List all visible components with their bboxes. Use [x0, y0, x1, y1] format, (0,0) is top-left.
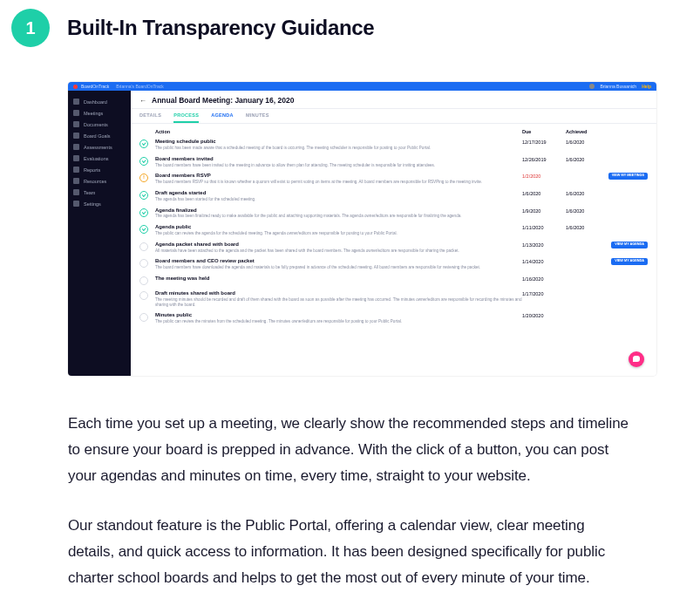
sidebar-item-team[interactable]: Team	[68, 187, 131, 198]
action-title: Agenda finalized	[155, 208, 522, 214]
dashboard-icon	[73, 99, 79, 105]
brand-name: BoardOnTrack	[81, 84, 109, 89]
tab-details[interactable]: DETAILS	[139, 112, 161, 123]
action-title: Board members invited	[155, 156, 522, 162]
sidebar-item-label: Settings	[84, 201, 101, 207]
status-done-icon	[139, 140, 148, 148]
documents-icon	[73, 121, 79, 127]
action-list: Meeting schedule publicThe public has be…	[131, 136, 656, 336]
app-topbar: BoardOnTrack Brianna's BoardOnTrack Bria…	[68, 82, 656, 91]
user-name[interactable]: Brianna Bussanich	[600, 84, 636, 89]
action-text: Minutes publicThe public can review the …	[155, 312, 522, 324]
action-due-date: 1/2/2020	[522, 173, 566, 179]
action-row: Agenda finalizedThe agenda has been fina…	[139, 205, 648, 222]
status-pending-icon	[139, 276, 148, 285]
sidebar-item-resources[interactable]: Resources	[68, 175, 131, 187]
action-desc: The board members have been invited to t…	[155, 163, 522, 168]
board-goals-icon	[73, 133, 79, 139]
sidebar-item-board-goals[interactable]: Board Goals	[68, 130, 131, 141]
sidebar-item-dashboard[interactable]: Dashboard	[68, 96, 131, 107]
action-achieved-date: 1/6/2020	[566, 156, 609, 162]
action-text: Draft minutes shared with boardThe meeti…	[155, 290, 522, 307]
action-row: The meeting was held1/16/2020	[139, 273, 648, 288]
action-achieved-date	[566, 290, 609, 291]
action-achieved-date: 1/6/2020	[566, 224, 609, 230]
section-heading-row: 1 Built-In Transparency Guidance	[11, 9, 632, 47]
action-due-date: 12/17/2019	[522, 139, 566, 145]
view_meetings-button[interactable]: VIEW MY MEETINGS	[608, 173, 648, 180]
action-due-date: 1/14/2020	[522, 258, 566, 264]
action-text: The meeting was held	[155, 276, 522, 282]
action-text: Draft agenda startedThe agenda has been …	[155, 190, 522, 202]
action-row: Board members invitedThe board members h…	[139, 153, 648, 171]
action-row: Draft agenda startedThe agenda has been …	[139, 187, 648, 205]
panel-title: Annual Board Meeting: January 16, 2020	[152, 96, 294, 105]
avatar[interactable]	[589, 84, 595, 89]
status-done-icon	[139, 191, 148, 200]
sidebar-item-label: Resources	[84, 179, 106, 184]
sidebar-item-reports[interactable]: Reports	[68, 164, 131, 175]
action-achieved-date	[566, 242, 609, 242]
status-done-icon	[139, 225, 148, 234]
view_agenda-button[interactable]: VIEW MY AGENDA	[611, 258, 648, 265]
status-pending-icon	[139, 259, 148, 268]
help-link[interactable]: Help	[642, 84, 651, 89]
status-done-icon	[139, 208, 148, 217]
col-header-action: Action	[155, 129, 522, 134]
back-arrow-icon[interactable]: ←	[139, 97, 146, 105]
sidebar: DashboardMeetingsDocumentsBoard GoalsAss…	[68, 91, 131, 376]
action-desc: All materials have been attached to the …	[155, 249, 522, 254]
action-achieved-date	[566, 173, 609, 174]
body-paragraph: Our standout feature is the Public Porta…	[68, 513, 632, 590]
action-due-date: 12/26/2019	[522, 156, 566, 162]
action-button-wrap: VIEW MY AGENDA	[609, 242, 648, 249]
tab-minutes[interactable]: MINUTES	[246, 112, 269, 123]
col-header-achieved: Achieved	[566, 129, 609, 134]
status-done-icon	[139, 157, 148, 166]
app-body: DashboardMeetingsDocumentsBoard GoalsAss…	[68, 91, 656, 376]
sidebar-item-assessments[interactable]: Assessments	[68, 141, 131, 153]
action-text: Board members RSVPThe board members RSVP…	[155, 173, 522, 185]
action-due-date: 1/20/2020	[522, 312, 566, 318]
action-row: Agenda publicThe public can review the a…	[139, 221, 648, 239]
sidebar-item-label: Meetings	[84, 111, 103, 116]
tab-agenda[interactable]: AGENDA	[211, 112, 234, 123]
tabs: DETAILSPROCESSAGENDAMINUTES	[131, 109, 656, 124]
action-row: Board members RSVPThe board members RSVP…	[139, 170, 648, 187]
action-text: Agenda packet shared with boardAll mater…	[155, 242, 522, 254]
columns-header: Action Due Achieved	[131, 124, 656, 136]
status-pending-icon	[139, 242, 148, 251]
action-title: Board members RSVP	[155, 173, 522, 179]
meetings-icon	[73, 110, 79, 116]
settings-icon	[73, 201, 79, 207]
action-text: Meeting schedule publicThe public has be…	[155, 139, 522, 151]
sidebar-item-label: Evaluations	[84, 156, 108, 161]
action-title: Draft agenda started	[155, 190, 522, 196]
sidebar-item-evaluations[interactable]: Evaluations	[68, 153, 131, 164]
sidebar-item-label: Reports	[84, 167, 100, 173]
action-due-date: 1/11/2020	[522, 224, 566, 230]
sidebar-item-settings[interactable]: Settings	[68, 198, 131, 209]
action-title: Minutes public	[155, 312, 522, 318]
action-achieved-date: 1/6/2020	[566, 190, 609, 196]
topbar-right: Brianna Bussanich Help	[589, 84, 651, 89]
action-text: Board members and CEO review packetThe b…	[155, 258, 522, 270]
action-text: Agenda finalizedThe agenda has been fina…	[155, 208, 522, 220]
action-text: Agenda publicThe public can review the a…	[155, 224, 522, 236]
reports-icon	[73, 167, 79, 173]
action-row: Draft minutes shared with boardThe meeti…	[139, 288, 648, 310]
action-row: Agenda packet shared with boardAll mater…	[139, 239, 648, 256]
chat-bubble-icon[interactable]	[629, 351, 644, 367]
tab-process[interactable]: PROCESS	[173, 112, 199, 123]
sidebar-item-documents[interactable]: Documents	[68, 119, 131, 130]
evaluations-icon	[73, 155, 79, 161]
sidebar-item-meetings[interactable]: Meetings	[68, 107, 131, 119]
main-panel: ← Annual Board Meeting: January 16, 2020…	[131, 91, 656, 376]
status-warn-icon	[139, 174, 148, 182]
action-desc: The public has been made aware that a sc…	[155, 146, 522, 151]
view_agenda-button[interactable]: VIEW MY AGENDA	[611, 242, 648, 249]
assessments-icon	[73, 144, 79, 150]
action-achieved-date: 1/6/2020	[566, 139, 609, 145]
action-due-date: 1/6/2020	[522, 190, 566, 196]
action-achieved-date	[566, 276, 609, 276]
